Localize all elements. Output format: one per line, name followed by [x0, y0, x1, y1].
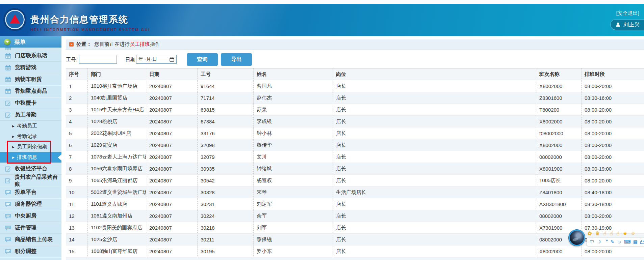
menu-title: 菜单 — [14, 38, 26, 46]
column-header-position: 岗位 — [333, 68, 536, 80]
cell-shift-period: 08:00-20:00 — [581, 116, 644, 127]
cell-position: 店长 — [333, 104, 536, 115]
cell-position: 店长 — [333, 245, 536, 257]
sidebar-menu: 门店联系电话 竞猜游戏 购物车租赁 香烟重点商品 中秋蟹卡 员工考勤▶考勤员 — [0, 50, 61, 260]
cell-shift-name: 08002000 — [536, 210, 581, 222]
sidebar-item-竞猜游戏[interactable]: 竞猜游戏 — [0, 62, 61, 74]
sidebar-item-收银经济平台[interactable]: 收银经济平台 — [0, 163, 61, 175]
ime-icon[interactable]: 〞 — [603, 238, 608, 246]
table-row: 31015中天未来方舟H4店2024080769815苏泉店长T80020008… — [66, 104, 644, 116]
sidebar-item-中央厨房[interactable]: 中央厨房 — [0, 210, 61, 222]
floating-widget: ✿ ♛ ☝ ☝ ☝ ★ ☆ 中☽〞✎☺⌨▦凸 — [569, 230, 643, 247]
cell-date: 20240807 — [146, 175, 197, 186]
menu-collapse-icon[interactable] — [4, 39, 10, 45]
cell-date: 20240807 — [146, 222, 197, 233]
sidebar-item-贵州农产品采购台账[interactable]: 贵州农产品采购台账 — [0, 175, 61, 186]
cell-date: 20240807 — [146, 163, 197, 174]
column-header-shift-period: 排班时段 — [581, 68, 644, 80]
chat-icon — [5, 189, 11, 196]
user-badge[interactable]: 刘正兴 — [610, 19, 644, 30]
ime-icon[interactable]: ▦ — [633, 238, 638, 246]
cell-date: 20240807 — [146, 210, 197, 222]
cell-department: 1101遵义古城店 — [87, 198, 146, 210]
cell-employee-no: 67384 — [197, 116, 253, 127]
table-row: 111101遵义古城店2024080730231刘定军店长AX830180008… — [66, 198, 644, 210]
query-button[interactable]: 查询 — [187, 53, 218, 66]
calendar-icon — [5, 76, 11, 83]
cell-date: 20240807 — [146, 245, 197, 257]
cell-index: 8 — [66, 163, 87, 174]
sidebar-item-积分调整[interactable]: 积分调整 — [0, 245, 61, 257]
cell-position: 生活广场店长 — [333, 186, 536, 198]
sidebar-item-员工考勤[interactable]: 员工考勤 — [0, 109, 61, 121]
cell-employee-no: 30935 — [197, 163, 253, 174]
chat-icon — [5, 213, 11, 220]
ime-icon[interactable]: ☽ — [597, 238, 601, 246]
sidebar-item-label: 证件管理 — [15, 224, 36, 231]
employee-no-input[interactable] — [79, 55, 117, 64]
cell-department: 1029瓮安店 — [87, 139, 146, 151]
column-header-shift-name: 班次名称 — [536, 68, 581, 80]
chat-avatar[interactable] — [569, 230, 585, 246]
sidebar-item-门店联系电话[interactable]: 门店联系电话 — [0, 50, 61, 62]
cell-department: 1102贵阳美的国宾府店 — [87, 222, 146, 233]
sidebar-item-证件管理[interactable]: 证件管理 — [0, 222, 61, 234]
sidebar-subitem-考勤记录[interactable]: ▶考勤记录 — [0, 131, 61, 142]
sidebar-item-中秋蟹卡[interactable]: 中秋蟹卡 — [0, 97, 61, 109]
input-method-toolbar[interactable]: 中☽〞✎☺⌨▦凸 — [587, 238, 644, 246]
table-row: 105002遵义世贸城生活广场2024080730328宋琴生活广场店长Z840… — [66, 186, 644, 198]
sidebar-item-label: 中央厨房 — [15, 212, 36, 220]
menu-header[interactable]: 菜单 — [0, 36, 61, 48]
column-header-name: 姓名 — [253, 68, 333, 80]
sidebar-item-label: 香烟重点商品 — [15, 88, 47, 95]
cell-position: 店长 — [333, 222, 536, 233]
cell-employee-no: 30328 — [197, 186, 253, 198]
cell-position: 店长 — [333, 116, 536, 127]
sidebar-subitem-排班信息[interactable]: ▶排班信息 — [0, 152, 61, 163]
ime-icon[interactable]: ✎ — [611, 238, 615, 246]
ime-icon[interactable]: ☺ — [617, 238, 621, 246]
logout-link[interactable]: [安全退出] — [616, 10, 639, 17]
date-input[interactable]: 年 -月-日 — [136, 55, 177, 64]
ime-icon[interactable]: ⌨ — [624, 238, 631, 246]
emoji-decoration-row: ✿ ♛ ☝ ☝ ☝ ★ ☆ — [588, 230, 636, 236]
cell-name: 刘军 — [253, 222, 333, 233]
sidebar-item-购物车租赁[interactable]: 购物车租赁 — [0, 74, 61, 85]
cell-name: 苏泉 — [253, 104, 333, 115]
date-placeholder: 年 -月-日 — [138, 56, 157, 62]
cell-index: 6 — [66, 139, 87, 151]
sidebar-item-投单平台[interactable]: 投单平台 — [0, 186, 61, 198]
chat-icon — [5, 225, 11, 231]
breadcrumb: » 位置： 您目前正在进行员工排班操作 — [66, 39, 644, 50]
ime-icon[interactable]: 凸 — [640, 238, 644, 246]
sidebar-subitem-员工剩余假期[interactable]: ▶员工剩余假期 — [0, 142, 61, 152]
cell-department: 5002遵义世贸城生活广场 — [87, 186, 146, 198]
cell-department: 1065沿河乌江丽都店 — [87, 175, 146, 186]
cell-position: 店长 — [333, 210, 536, 222]
date-label: 日期: — [125, 57, 137, 63]
triangle-bullet-icon: ▶ — [12, 124, 15, 128]
sidebar-item-香烟重点商品[interactable]: 香烟重点商品 — [0, 85, 61, 97]
sidebar-item-商品销售上传表[interactable]: 商品销售上传表 — [0, 234, 61, 245]
app-subtitle: HELI INFORMRTION MANRGEMENT SYSTEM GUI — [30, 28, 150, 32]
export-button[interactable]: 导出 — [221, 53, 252, 66]
cell-position: 店长 — [333, 92, 536, 104]
sidebar-item-label: 购物车租赁 — [15, 76, 42, 83]
cell-shift-name: X8002000 — [536, 245, 581, 257]
chat-icon — [5, 248, 11, 255]
cell-department: 1010榕江常驰广场店 — [87, 80, 146, 92]
cell-index: 14 — [66, 234, 87, 245]
edit-icon — [5, 166, 11, 172]
sidebar-subitem-考勤员工[interactable]: ▶考勤员工 — [0, 121, 61, 131]
sidebar-item-label: 收银经济平台 — [15, 165, 47, 172]
calendar-picker-icon[interactable] — [170, 57, 174, 62]
cell-name: 刘定军 — [253, 198, 333, 210]
company-logo — [3, 8, 26, 31]
cell-position: 店长 — [333, 198, 536, 210]
cell-shift-name: AX8301800 — [536, 198, 581, 210]
ime-icon[interactable]: 中 — [590, 238, 594, 246]
cell-date: 20240807 — [146, 151, 197, 163]
sidebar-item-服务器管理[interactable]: 服务器管理 — [0, 198, 61, 210]
cell-index: 11 — [66, 198, 87, 210]
cell-shift-name: X8001900 — [536, 163, 581, 174]
